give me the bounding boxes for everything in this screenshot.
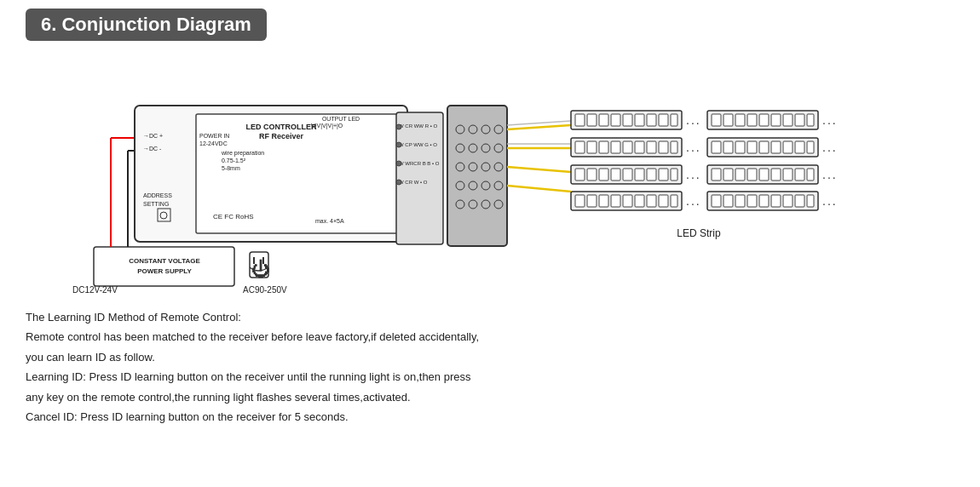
svg-rect-137 xyxy=(599,195,608,207)
svg-rect-130 xyxy=(783,169,793,180)
svg-rect-104 xyxy=(735,141,745,153)
svg-rect-74 xyxy=(635,114,644,126)
svg-rect-150 xyxy=(759,195,769,207)
svg-rect-76 xyxy=(659,114,668,126)
svg-rect-99 xyxy=(671,141,677,153)
svg-rect-105 xyxy=(747,141,757,153)
svg-rect-124 xyxy=(712,169,721,180)
svg-rect-149 xyxy=(747,195,757,207)
svg-text:CONSTANT VOLTAGE: CONSTANT VOLTAGE xyxy=(129,257,200,265)
svg-rect-148 xyxy=(735,195,745,207)
svg-text:...: ... xyxy=(822,113,838,127)
svg-rect-109 xyxy=(795,141,804,153)
svg-rect-126 xyxy=(735,169,745,180)
svg-rect-152 xyxy=(783,195,793,207)
svg-rect-128 xyxy=(759,169,769,180)
svg-text:...: ... xyxy=(822,168,838,181)
svg-rect-136 xyxy=(587,195,597,207)
svg-rect-108 xyxy=(783,141,793,153)
svg-rect-127 xyxy=(747,169,757,180)
page-container: 6. Conjunction Diagram CONSTANT VOLTAGE … xyxy=(0,0,980,487)
svg-text:...: ... xyxy=(686,140,701,154)
svg-text:max. 4×5A: max. 4×5A xyxy=(315,218,344,224)
svg-rect-117 xyxy=(623,169,632,180)
text-line3: Learning ID: Press ID learning button on… xyxy=(26,368,954,386)
svg-text:...: ... xyxy=(686,113,701,127)
svg-rect-32 xyxy=(396,112,443,244)
svg-line-65 xyxy=(507,186,571,192)
svg-rect-113 xyxy=(575,169,585,180)
svg-text:LED Strip: LED Strip xyxy=(677,227,721,239)
svg-rect-151 xyxy=(771,195,781,207)
svg-rect-132 xyxy=(807,169,814,180)
svg-rect-91 xyxy=(575,141,585,153)
svg-rect-107 xyxy=(771,141,781,153)
svg-rect-80 xyxy=(712,114,721,126)
svg-rect-0 xyxy=(94,247,234,286)
svg-text:V|V|V|V|+|O: V|V|V|V|+|O xyxy=(311,123,343,129)
svg-rect-114 xyxy=(587,169,597,180)
svg-rect-84 xyxy=(759,114,769,126)
svg-rect-143 xyxy=(671,195,677,207)
conjunction-diagram-svg: CONSTANT VOLTAGE POWER SUPPLY ⏻ DC12V-24… xyxy=(26,53,946,300)
svg-text:W  CR  WW  R  •  O: W CR WW R • O xyxy=(399,123,437,129)
svg-rect-71 xyxy=(599,114,608,126)
svg-rect-147 xyxy=(723,195,733,207)
svg-rect-154 xyxy=(807,195,814,207)
svg-text:RF Receiver: RF Receiver xyxy=(259,132,304,140)
svg-rect-83 xyxy=(747,114,757,126)
svg-text:DC12V-24V: DC12V-24V xyxy=(72,285,118,295)
svg-rect-41 xyxy=(447,106,507,246)
svg-point-39 xyxy=(396,161,401,166)
svg-text:...: ... xyxy=(686,168,701,181)
svg-rect-139 xyxy=(623,195,632,207)
svg-text:POWER SUPPLY: POWER SUPPLY xyxy=(137,267,192,275)
text-line5: Cancel ID: Press ID learning button on t… xyxy=(26,408,954,426)
svg-rect-135 xyxy=(575,195,585,207)
title-text: 6. Conjunction Diagram xyxy=(41,14,251,35)
svg-point-37 xyxy=(396,124,401,129)
svg-text:...: ... xyxy=(822,194,838,208)
svg-text:→DC +: →DC + xyxy=(143,133,163,139)
svg-rect-77 xyxy=(671,114,677,126)
svg-text:5-8mm: 5-8mm xyxy=(222,165,240,171)
text-line4: any key on the remote control,the runnin… xyxy=(26,388,954,406)
svg-text:SETTING: SETTING xyxy=(143,201,169,207)
svg-text:0.75-1.5²: 0.75-1.5² xyxy=(222,158,246,163)
svg-rect-86 xyxy=(783,114,793,126)
svg-text:OUTPUT LED: OUTPUT LED xyxy=(322,116,360,122)
svg-text:LED CONTROLLER: LED CONTROLLER xyxy=(246,123,317,131)
svg-rect-153 xyxy=(795,195,804,207)
svg-rect-120 xyxy=(659,169,668,180)
svg-rect-119 xyxy=(647,169,656,180)
svg-rect-138 xyxy=(611,195,620,207)
svg-rect-92 xyxy=(587,141,597,153)
svg-text:CE FC RoHS: CE FC RoHS xyxy=(213,213,254,221)
svg-rect-129 xyxy=(771,169,781,180)
text-section: The Learning ID Method of Remote Control… xyxy=(26,308,954,427)
svg-rect-87 xyxy=(795,114,804,126)
svg-rect-70 xyxy=(587,114,597,126)
svg-rect-97 xyxy=(647,141,656,153)
svg-rect-131 xyxy=(795,169,804,180)
svg-text:W  CR      W  •  O: W CR W • O xyxy=(399,180,428,185)
svg-point-40 xyxy=(396,180,401,185)
svg-rect-85 xyxy=(771,114,781,126)
svg-text:12-24VDC: 12-24VDC xyxy=(199,140,228,146)
svg-text:W  CP  WW  G  •  O: W CP WW G • O xyxy=(399,142,437,147)
svg-rect-72 xyxy=(611,114,620,126)
svg-rect-98 xyxy=(659,141,668,153)
svg-rect-82 xyxy=(735,114,745,126)
svg-rect-102 xyxy=(712,141,721,153)
svg-rect-103 xyxy=(723,141,733,153)
svg-text:W  WRCR  B  B  •  O: W WRCR B B • O xyxy=(399,161,440,166)
svg-rect-125 xyxy=(723,169,733,180)
text-line1: Remote control has been matched to the r… xyxy=(26,328,954,346)
svg-rect-110 xyxy=(807,141,814,153)
svg-rect-94 xyxy=(611,141,620,153)
svg-rect-115 xyxy=(599,169,608,180)
svg-text:...: ... xyxy=(686,194,701,208)
svg-point-38 xyxy=(396,142,401,147)
svg-line-62 xyxy=(507,125,571,129)
svg-rect-73 xyxy=(623,114,632,126)
